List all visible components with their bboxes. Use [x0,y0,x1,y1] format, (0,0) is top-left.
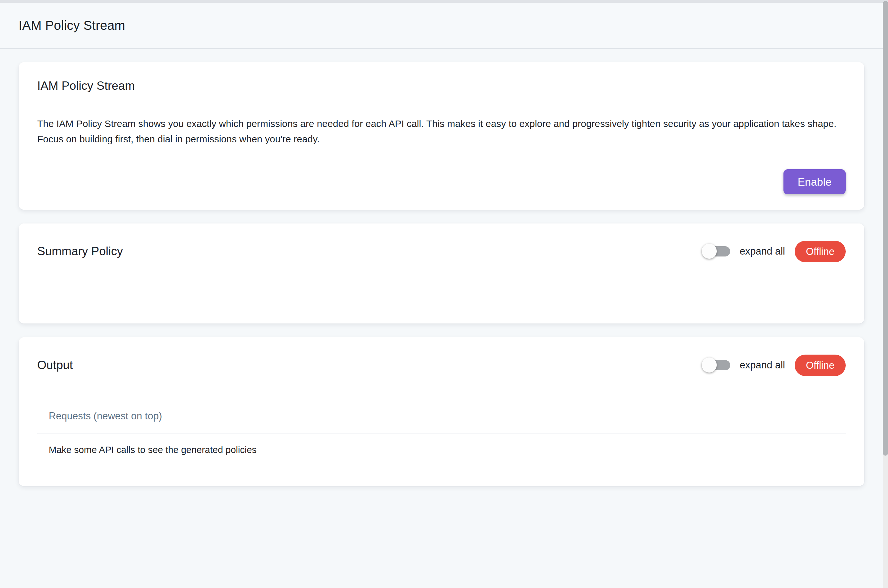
summary-policy-header: Summary Policy expand all Offline [37,240,846,262]
scrollbar-thumb[interactable] [883,1,888,456]
intro-card-description: The IAM Policy Stream shows you exactly … [37,116,846,147]
summary-expand-all-toggle[interactable] [702,246,730,256]
scrollbar[interactable] [883,3,888,588]
top-strip [0,0,888,3]
output-expand-all-toggle[interactable] [702,360,730,370]
main-content: IAM Policy Stream The IAM Policy Stream … [0,49,888,486]
summary-policy-card: Summary Policy expand all Offline [19,224,864,324]
summary-expand-all-label: expand all [740,246,785,257]
requests-divider [37,433,846,434]
requests-section: Requests (newest on top) Make some API c… [37,410,846,455]
intro-card-title: IAM Policy Stream [37,79,846,93]
toggle-knob [702,244,717,259]
intro-card-actions: Enable [37,169,846,194]
output-title: Output [37,358,73,372]
output-card: Output expand all Offline Requests (newe… [19,337,864,486]
page-header: IAM Policy Stream [0,3,888,49]
summary-policy-title: Summary Policy [37,244,123,258]
summary-policy-controls: expand all Offline [702,241,846,262]
toggle-knob [702,357,717,372]
intro-card: IAM Policy Stream The IAM Policy Stream … [19,62,864,210]
summary-status-badge: Offline [795,241,846,262]
output-controls: expand all Offline [702,355,846,376]
enable-button[interactable]: Enable [783,169,846,194]
output-header: Output expand all Offline [37,354,846,376]
output-expand-all-label: expand all [740,359,785,371]
requests-empty-message: Make some API calls to see the generated… [37,444,846,455]
page-title: IAM Policy Stream [19,18,125,33]
output-status-badge: Offline [795,355,846,376]
requests-heading: Requests (newest on top) [37,410,846,422]
